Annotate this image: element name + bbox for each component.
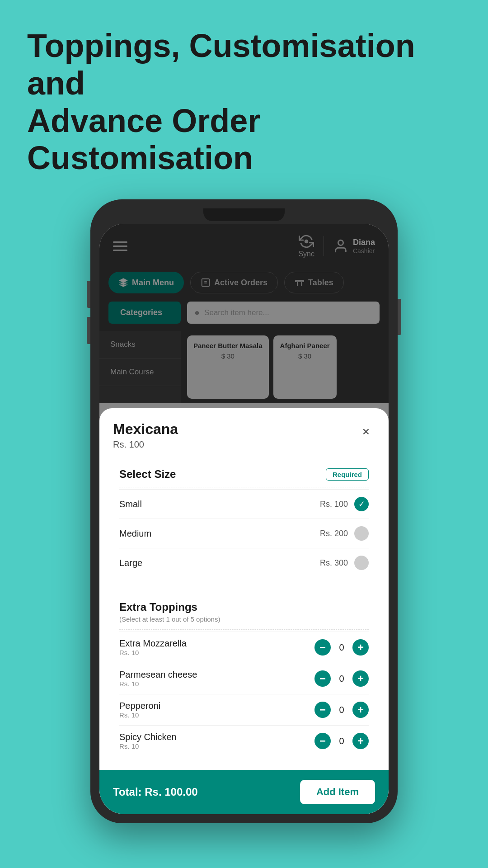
topping-row-top-1: Parmesean cheese Rs. 10 − 0 + xyxy=(119,670,369,688)
topping-qty-1: − 0 + xyxy=(314,670,369,687)
required-badge: Required xyxy=(326,468,369,481)
size-section-title: Select Size xyxy=(119,468,176,481)
topping-price-1: Rs. 10 xyxy=(119,680,197,688)
toppings-subtitle: (Select at least 1 out of 5 options) xyxy=(119,615,369,623)
page-title: Toppings, Customisation and Advance Orde… xyxy=(0,0,488,195)
topping-qty-value-2: 0 xyxy=(337,705,346,715)
size-large-label: Large xyxy=(119,558,142,568)
size-section: Select Size Required Small Rs. 100 ✓ xyxy=(106,458,382,587)
topping-plus-0[interactable]: + xyxy=(352,639,369,656)
total-label: Total: Rs. 100.00 xyxy=(113,786,198,798)
topping-qty-3: − 0 + xyxy=(314,733,369,749)
size-small-label: Small xyxy=(119,499,142,509)
topping-minus-2[interactable]: − xyxy=(314,702,331,718)
size-medium-radio[interactable] xyxy=(354,526,369,541)
phone-notch xyxy=(203,208,285,221)
size-option-medium[interactable]: Medium Rs. 200 xyxy=(119,519,369,548)
checkmark-icon: ✓ xyxy=(358,499,365,509)
modal-item-price: Rs. 100 xyxy=(113,439,178,450)
phone-screen: Sync Diana Cashier xyxy=(99,224,389,814)
page-title-block: Toppings, Customisation and Advance Orde… xyxy=(0,0,488,195)
size-small-price: Rs. 100 xyxy=(320,500,348,509)
size-large-price: Rs. 300 xyxy=(320,558,348,568)
topping-name-2: Pepperoni xyxy=(119,701,160,711)
topping-minus-0[interactable]: − xyxy=(314,639,331,656)
topping-row-1: Parmesean cheese Rs. 10 − 0 + xyxy=(119,663,369,694)
size-small-right: Rs. 100 ✓ xyxy=(320,497,369,511)
volume-button-down xyxy=(87,317,90,344)
topping-info-1: Parmesean cheese Rs. 10 xyxy=(119,670,197,688)
phone-frame: Sync Diana Cashier xyxy=(90,199,398,823)
topping-row-top-0: Extra Mozzarella Rs. 10 − 0 + xyxy=(119,638,369,656)
topping-minus-3[interactable]: − xyxy=(314,733,331,749)
topping-price-2: Rs. 10 xyxy=(119,711,160,719)
modal-footer: Total: Rs. 100.00 Add Item xyxy=(99,770,389,814)
phone-mockup: Sync Diana Cashier xyxy=(0,199,488,823)
modal-item-name: Mexicana xyxy=(113,421,178,438)
topping-name-3: Spicy Chicken xyxy=(119,732,177,742)
add-item-button[interactable]: Add Item xyxy=(300,780,375,804)
topping-info-2: Pepperoni Rs. 10 xyxy=(119,701,160,719)
size-medium-label: Medium xyxy=(119,528,151,539)
topping-qty-value-0: 0 xyxy=(337,642,346,653)
power-button xyxy=(398,299,401,335)
size-large-right: Rs. 300 xyxy=(320,556,369,570)
topping-plus-2[interactable]: + xyxy=(352,702,369,718)
item-customization-modal: Mexicana Rs. 100 × Select Size Required xyxy=(99,408,389,814)
topping-row-top-2: Pepperoni Rs. 10 − 0 + xyxy=(119,701,369,719)
toppings-section: Extra Toppings (Select at least 1 out of… xyxy=(106,591,382,766)
toppings-section-title: Extra Toppings xyxy=(119,601,197,613)
size-option-large[interactable]: Large Rs. 300 xyxy=(119,548,369,577)
size-medium-price: Rs. 200 xyxy=(320,529,348,538)
modal-close-button[interactable]: × xyxy=(357,423,375,441)
topping-price-3: Rs. 10 xyxy=(119,742,177,750)
toppings-section-header: Extra Toppings xyxy=(119,601,369,613)
size-small-radio[interactable]: ✓ xyxy=(354,497,369,511)
topping-qty-value-1: 0 xyxy=(337,674,346,684)
toppings-divider xyxy=(119,629,369,630)
topping-qty-2: − 0 + xyxy=(314,702,369,718)
topping-qty-0: − 0 + xyxy=(314,639,369,656)
topping-row-0: Extra Mozzarella Rs. 10 − 0 + xyxy=(119,632,369,663)
size-medium-right: Rs. 200 xyxy=(320,526,369,541)
volume-button-up xyxy=(87,281,90,308)
size-large-radio[interactable] xyxy=(354,556,369,570)
topping-info-0: Extra Mozzarella Rs. 10 xyxy=(119,638,187,656)
topping-info-3: Spicy Chicken Rs. 10 xyxy=(119,732,177,750)
topping-price-0: Rs. 10 xyxy=(119,649,187,656)
size-divider xyxy=(119,487,369,487)
topping-row-2: Pepperoni Rs. 10 − 0 + xyxy=(119,694,369,725)
modal-content: Select Size Required Small Rs. 100 ✓ xyxy=(99,454,389,770)
topping-plus-1[interactable]: + xyxy=(352,670,369,687)
size-section-header: Select Size Required xyxy=(119,468,369,481)
modal-title-block: Mexicana Rs. 100 xyxy=(113,421,178,450)
topping-plus-3[interactable]: + xyxy=(352,733,369,749)
topping-qty-value-3: 0 xyxy=(337,736,346,746)
topping-row-3: Spicy Chicken Rs. 10 − 0 + xyxy=(119,725,369,756)
modal-header: Mexicana Rs. 100 × xyxy=(99,408,389,454)
topping-name-1: Parmesean cheese xyxy=(119,670,197,680)
size-option-small[interactable]: Small Rs. 100 ✓ xyxy=(119,489,369,519)
topping-row-top-3: Spicy Chicken Rs. 10 − 0 + xyxy=(119,732,369,750)
topping-minus-1[interactable]: − xyxy=(314,670,331,687)
topping-name-0: Extra Mozzarella xyxy=(119,638,187,649)
